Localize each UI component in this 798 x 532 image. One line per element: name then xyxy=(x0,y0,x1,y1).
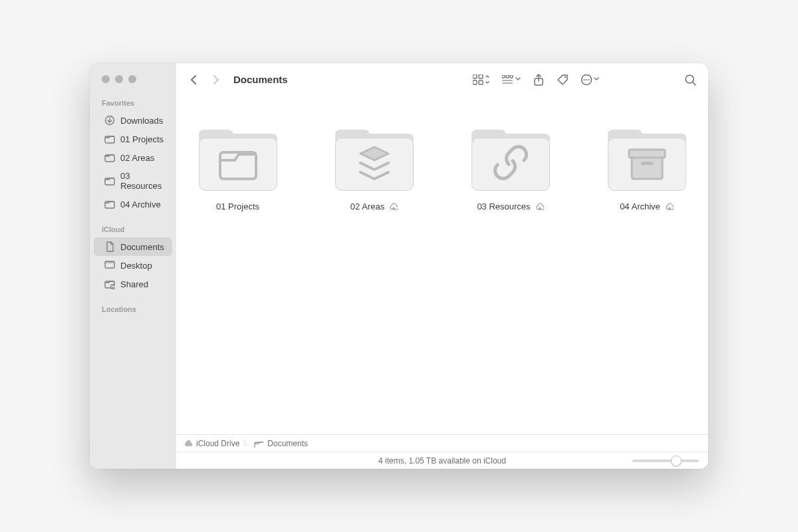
folder-icon xyxy=(254,440,263,448)
zoom-dot[interactable] xyxy=(128,75,136,83)
sidebar-section-label: iCloud xyxy=(90,221,176,237)
main-area: Documents 01 Projects02 Areas03 Resource… xyxy=(176,63,708,469)
sidebar-item-label: 04 Archive xyxy=(120,200,161,209)
view-mode-button[interactable] xyxy=(473,74,490,85)
path-root[interactable]: iCloud Drive xyxy=(196,439,239,448)
icon-grid: 01 Projects02 Areas03 Resources04 Archiv… xyxy=(176,96,708,434)
download-cloud-icon xyxy=(388,203,398,211)
folder-icon xyxy=(104,134,115,144)
forward-button[interactable] xyxy=(209,74,221,86)
sidebar-item-01-projects[interactable]: 01 Projects xyxy=(94,130,172,148)
sidebar-item-label: 03 Resources xyxy=(120,171,164,191)
minimize-dot[interactable] xyxy=(115,75,123,83)
sidebar-item-label: 02 Areas xyxy=(120,153,154,163)
sidebar: FavoritesDownloads01 Projects02 Areas03 … xyxy=(90,63,176,469)
folder-icon xyxy=(104,176,115,186)
folder-label: 04 Archive xyxy=(620,201,660,211)
folder-icon xyxy=(104,152,115,163)
folder-icon xyxy=(335,123,414,192)
sidebar-item-label: Documents xyxy=(120,242,164,252)
close-dot[interactable] xyxy=(102,75,110,83)
download-icon xyxy=(104,115,115,126)
icon-size-slider[interactable] xyxy=(632,460,699,462)
sidebar-item-02-areas[interactable]: 02 Areas xyxy=(94,148,172,167)
folder-01-projects[interactable]: 01 Projects xyxy=(183,123,293,211)
folder-04-archive[interactable]: 04 Archive xyxy=(592,123,702,211)
back-button[interactable] xyxy=(188,74,200,86)
status-text: 4 items, 1.05 TB available on iCloud xyxy=(378,456,506,466)
window-controls xyxy=(90,75,176,95)
folder-03-resources[interactable]: 03 Resources xyxy=(456,123,565,211)
sidebar-item-downloads[interactable]: Downloads xyxy=(94,111,172,130)
toolbar: Documents xyxy=(176,63,708,96)
document-icon xyxy=(104,241,115,252)
sidebar-item-label: Desktop xyxy=(120,261,152,271)
location-title: Documents xyxy=(233,74,288,85)
folder-02-areas[interactable]: 02 Areas xyxy=(319,123,429,211)
sidebar-item-03-resources[interactable]: 03 Resources xyxy=(94,167,172,195)
folder-label: 01 Projects xyxy=(216,201,259,211)
folder-icon xyxy=(608,123,686,192)
sidebar-item-label: 01 Projects xyxy=(120,134,164,144)
shared-icon xyxy=(104,279,115,289)
share-button[interactable] xyxy=(533,74,545,86)
sidebar-item-label: Downloads xyxy=(120,116,163,126)
more-actions-button[interactable] xyxy=(581,74,599,86)
download-cloud-icon xyxy=(664,203,674,211)
folder-label: 03 Resources xyxy=(477,201,530,211)
sidebar-section-label: Favorites xyxy=(90,95,176,111)
sidebar-item-shared[interactable]: Shared xyxy=(94,275,172,293)
desktop-icon xyxy=(104,260,115,271)
finder-window: FavoritesDownloads01 Projects02 Areas03 … xyxy=(90,63,708,469)
group-by-button[interactable] xyxy=(502,75,521,84)
sidebar-section-label: Locations xyxy=(90,301,176,317)
sidebar-item-documents[interactable]: Documents xyxy=(94,237,172,256)
folder-icon xyxy=(104,199,115,209)
path-leaf[interactable]: Documents xyxy=(267,439,308,448)
download-cloud-icon xyxy=(535,203,544,211)
sidebar-item-label: Shared xyxy=(120,279,148,289)
folder-label: 02 Areas xyxy=(350,201,384,211)
folder-icon xyxy=(471,123,550,192)
search-button[interactable] xyxy=(684,74,696,86)
folder-icon xyxy=(199,123,277,192)
sidebar-item-desktop[interactable]: Desktop xyxy=(94,256,172,275)
chevron-right-icon: 〉 xyxy=(243,439,250,448)
status-bar: 4 items, 1.05 TB available on iCloud xyxy=(176,452,708,469)
icloud-icon xyxy=(183,440,192,448)
path-bar: iCloud Drive 〉 Documents xyxy=(176,434,708,452)
sidebar-item-04-archive[interactable]: 04 Archive xyxy=(94,195,172,213)
tags-button[interactable] xyxy=(557,74,569,86)
